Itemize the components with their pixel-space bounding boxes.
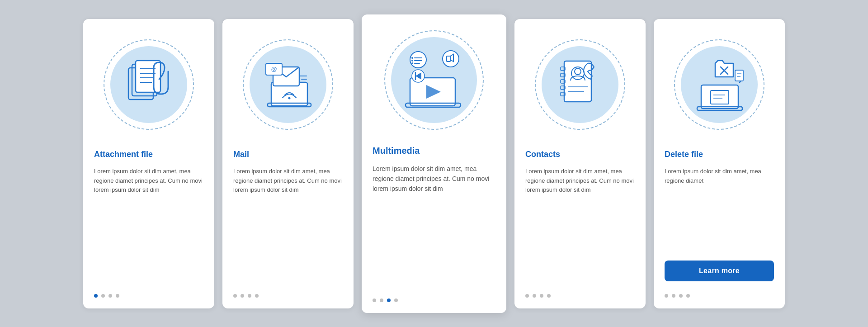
learn-more-button[interactable]: Learn more (665, 261, 774, 281)
svg-point-9 (288, 97, 291, 99)
card-attachment: Attachment file Lorem ipsum dolor sit di… (83, 19, 214, 308)
card-mail: @ Mail Lorem ipsum dolor sit dim amet, m… (222, 19, 354, 308)
card-title: Attachment file (94, 149, 153, 160)
icon-area-mail: @ (233, 33, 343, 137)
svg-rect-2 (136, 61, 160, 92)
dot-3 (679, 294, 683, 298)
card-body: Lorem ipsum dolor sit dim amet, mea regi… (373, 164, 495, 286)
svg-point-25 (411, 62, 413, 64)
card-title: Multimedia (373, 145, 420, 156)
dot-4 (394, 299, 398, 302)
card-body: Lorem ipsum dolor sit dim amet, mea regi… (233, 167, 343, 281)
card-title: Delete file (665, 149, 703, 160)
card-title: Mail (233, 149, 249, 160)
dot-3 (108, 294, 112, 298)
dot-3 (540, 294, 543, 298)
dot-3 (248, 294, 251, 298)
dot-2 (241, 294, 244, 298)
card-body: Lorem ipsum dolor sit dim amet, mea regi… (665, 167, 774, 251)
dot-2 (101, 294, 105, 298)
card-delete: Delete file Lorem ipsum dolor sit dim am… (654, 19, 785, 308)
dots-row (94, 294, 119, 298)
dots-row (233, 294, 259, 298)
dot-2 (380, 299, 383, 302)
contacts-icon (551, 54, 609, 115)
icon-area-delete (665, 33, 774, 137)
svg-point-24 (411, 60, 413, 62)
dot-3 (387, 299, 391, 302)
dot-1 (665, 294, 668, 298)
cards-container: Attachment file Lorem ipsum dolor sit di… (65, 1, 803, 327)
svg-point-23 (411, 57, 413, 59)
card-body: Lorem ipsum dolor sit dim amet, mea regi… (525, 167, 635, 281)
dots-row (373, 299, 398, 302)
dots-row (665, 294, 690, 298)
attachment-icon (119, 54, 178, 115)
card-body: Lorem ipsum dolor sit dim amet, mea regi… (94, 167, 203, 281)
delete-file-icon (690, 54, 749, 115)
dot-4 (686, 294, 690, 298)
card-multimedia: Multimedia Lorem ipsum dolor sit dim ame… (362, 14, 506, 313)
icon-area-attachment (94, 33, 203, 137)
svg-rect-42 (701, 85, 738, 109)
dot-1 (373, 299, 376, 302)
icon-area-contacts (525, 33, 635, 137)
mail-icon: @ (259, 54, 317, 115)
dot-1 (94, 294, 98, 298)
svg-rect-50 (735, 70, 743, 81)
multimedia-icon (400, 45, 468, 115)
dot-4 (547, 294, 551, 298)
dot-2 (533, 294, 536, 298)
icon-area-multimedia (373, 28, 495, 132)
card-contacts: Contacts Lorem ipsum dolor sit dim amet,… (514, 19, 646, 308)
svg-point-19 (410, 52, 426, 68)
dots-row (525, 294, 551, 298)
svg-text:@: @ (271, 66, 277, 72)
dot-1 (525, 294, 529, 298)
dot-4 (255, 294, 259, 298)
dot-2 (672, 294, 675, 298)
card-title: Contacts (525, 149, 560, 160)
dot-4 (116, 294, 119, 298)
dot-1 (233, 294, 237, 298)
